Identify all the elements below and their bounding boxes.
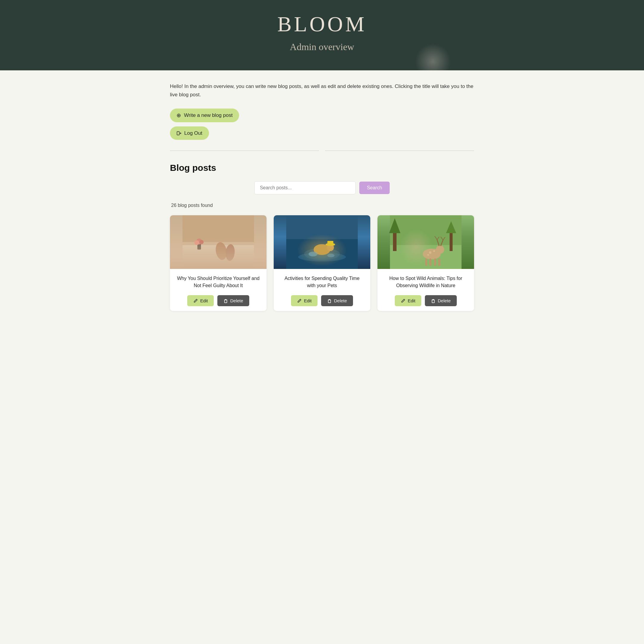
intro-text: Hello! In the admin overview, you can wr… [170, 82, 474, 99]
svg-point-43 [427, 254, 429, 256]
card-actions-2: Edit Delete [280, 295, 364, 306]
card-3-edit-label: Edit [408, 298, 415, 303]
brand-title: BLOOM [6, 12, 638, 37]
trash-icon [431, 298, 436, 303]
search-row: Search [170, 181, 474, 194]
svg-rect-37 [425, 258, 427, 266]
card-image-2 [274, 215, 370, 269]
search-input[interactable] [254, 181, 356, 194]
blog-posts-section: Blog posts Search 26 blog posts found [170, 163, 474, 311]
card-2-delete-button[interactable]: Delete [321, 295, 353, 306]
svg-point-30 [436, 245, 444, 254]
card-1-delete-label: Delete [230, 298, 243, 303]
logout-label: Log Out [184, 130, 202, 136]
card-image-1 [170, 215, 267, 269]
svg-rect-3 [182, 242, 254, 269]
card-title-2: Activities for Spending Quality Time wit… [280, 275, 364, 289]
svg-rect-44 [432, 300, 434, 303]
card-image-svg-1 [170, 215, 267, 269]
svg-rect-27 [450, 230, 453, 251]
divider-row [170, 151, 474, 151]
svg-point-18 [326, 243, 335, 246]
blog-cards-grid: Why You Should Prioritize Yourself and N… [170, 215, 474, 311]
page-header: BLOOM Admin overview [0, 0, 644, 70]
svg-rect-7 [197, 244, 201, 250]
card-1-delete-button[interactable]: Delete [217, 295, 249, 306]
svg-point-14 [304, 248, 340, 260]
blog-card: Activities for Spending Quality Time wit… [274, 215, 370, 311]
svg-point-10 [199, 240, 204, 244]
svg-rect-22 [328, 300, 331, 303]
svg-point-21 [327, 254, 335, 257]
svg-rect-0 [177, 132, 179, 135]
svg-point-42 [433, 250, 435, 252]
card-image-svg-2 [274, 215, 370, 269]
blog-card: Why You Should Prioritize Yourself and N… [170, 215, 267, 311]
card-2-delete-label: Delete [334, 298, 347, 303]
action-buttons-container: ⊕ Write a new blog post Log Out [170, 109, 474, 140]
card-body-2: Activities for Spending Quality Time wit… [274, 269, 370, 311]
card-2-edit-label: Edit [304, 298, 312, 303]
pencil-icon [401, 298, 405, 303]
card-3-edit-button[interactable]: Edit [395, 295, 421, 306]
logout-button[interactable]: Log Out [170, 126, 209, 140]
svg-point-41 [429, 251, 431, 254]
blog-posts-heading: Blog posts [170, 163, 474, 173]
svg-point-16 [314, 244, 330, 255]
card-image-svg-3 [377, 215, 474, 269]
svg-point-15 [298, 253, 346, 261]
svg-point-17 [327, 244, 334, 251]
main-content: Hello! In the admin overview, you can wr… [161, 70, 483, 323]
trash-icon [327, 298, 332, 303]
svg-rect-19 [327, 241, 333, 245]
blog-card: How to Spot Wild Animals: Tips for Obser… [377, 215, 474, 311]
card-body-1: Why You Should Prioritize Yourself and N… [170, 269, 267, 311]
write-new-post-label: Write a new blog post [184, 112, 233, 118]
posts-count: 26 blog posts found [170, 203, 474, 208]
svg-point-8 [196, 239, 202, 244]
divider-left [170, 151, 319, 151]
svg-rect-38 [429, 258, 431, 266]
search-button-label: Search [367, 185, 382, 190]
search-button[interactable]: Search [359, 182, 390, 194]
card-2-edit-button[interactable]: Edit [291, 295, 318, 306]
trash-icon [223, 298, 228, 303]
svg-point-5 [214, 241, 228, 261]
card-1-edit-button[interactable]: Edit [187, 295, 214, 306]
card-title-1: Why You Should Prioritize Yourself and N… [176, 275, 261, 289]
divider-right [325, 151, 474, 151]
svg-point-20 [309, 252, 318, 256]
card-actions-1: Edit Delete [176, 295, 261, 306]
svg-rect-11 [225, 300, 227, 303]
plus-circle-icon: ⊕ [177, 112, 181, 119]
pencil-icon [297, 298, 302, 303]
logout-icon [177, 130, 181, 136]
card-actions-3: Edit Delete [383, 295, 468, 306]
page-subtitle: Admin overview [6, 41, 638, 52]
svg-rect-4 [182, 245, 254, 269]
svg-point-6 [225, 244, 236, 261]
svg-rect-2 [182, 215, 254, 269]
card-title-3: How to Spot Wild Animals: Tips for Obser… [383, 275, 468, 289]
card-3-delete-button[interactable]: Delete [425, 295, 456, 306]
pencil-icon [193, 298, 198, 303]
svg-rect-40 [438, 258, 440, 266]
card-body-3: How to Spot Wild Animals: Tips for Obser… [377, 269, 474, 311]
write-new-post-button[interactable]: ⊕ Write a new blog post [170, 109, 239, 122]
svg-rect-13 [286, 239, 358, 269]
svg-point-9 [194, 240, 199, 245]
svg-rect-39 [434, 258, 436, 266]
card-image-3 [377, 215, 474, 269]
svg-rect-12 [286, 215, 358, 269]
card-1-edit-label: Edit [200, 298, 208, 303]
card-3-delete-label: Delete [438, 298, 451, 303]
